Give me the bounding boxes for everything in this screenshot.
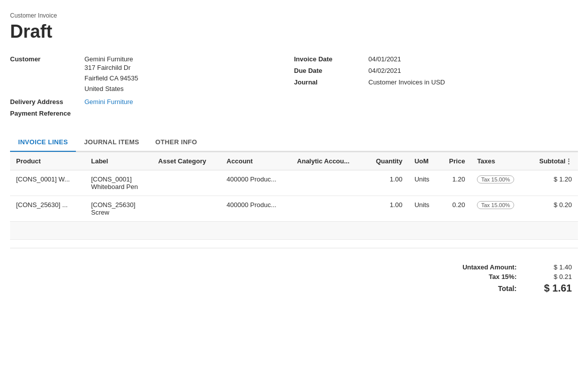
delivery-address-label: Delivery Address	[10, 97, 80, 107]
customer-value: Gemini Furniture 317 Fairchild Dr Fairfi…	[84, 54, 294, 95]
col-product: Product	[10, 152, 85, 170]
cell-taxes: Tax 15.00%	[471, 170, 527, 196]
tax-label: Tax 15%:	[446, 273, 517, 280]
journal-in: in	[424, 78, 429, 86]
section-divider	[10, 248, 578, 248]
page-title: Draft	[10, 21, 578, 42]
cell-quantity: 1.00	[364, 196, 408, 222]
untaxed-row: Untaxed Amount: $ 1.40	[446, 263, 572, 271]
cell-analytic-account	[291, 170, 364, 196]
journal-label: Journal	[294, 77, 364, 87]
customer-address: 317 Fairchild Dr Fairfield CA 94535 Unit…	[84, 64, 138, 92]
total-value: $ 1.61	[537, 282, 572, 294]
cell-asset-category	[152, 170, 221, 196]
payment-reference-label: Payment Reference	[10, 109, 80, 118]
payment-reference-value[interactable]	[84, 109, 294, 118]
tax-badge: Tax 15.00%	[477, 201, 514, 209]
cell-subtotal: $ 0.20	[527, 196, 578, 222]
due-date-value: 04/02/2021	[368, 66, 578, 75]
cell-taxes: Tax 15.00%	[471, 196, 527, 222]
col-asset-category: Asset Category	[152, 152, 221, 170]
cell-label: [CONS_0001]Whiteboard Pen	[85, 170, 152, 196]
col-label: Label	[85, 152, 152, 170]
delivery-address-value[interactable]: Gemini Furniture	[84, 97, 294, 107]
tax-badge: Tax 15.00%	[477, 175, 514, 183]
cell-analytic-account	[291, 196, 364, 222]
untaxed-value: $ 1.40	[537, 263, 572, 271]
col-analytic-account: Analytic Accou...	[291, 152, 364, 170]
tab-bar: INVOICE LINES JOURNAL ITEMS OTHER INFO	[10, 133, 578, 152]
cell-asset-category	[152, 196, 221, 222]
col-price: Price	[439, 152, 471, 170]
cell-account: 400000 Produc...	[221, 196, 291, 222]
form-section: Customer Gemini Furniture 317 Fairchild …	[10, 54, 578, 118]
col-subtotal: Subtotal ⋮	[527, 152, 578, 170]
invoice-lines-table: Product Label Asset Category Account Ana…	[10, 152, 578, 240]
cell-price: 1.20	[439, 170, 471, 196]
table-row[interactable]: [CONS_0001] W... [CONS_0001]Whiteboard P…	[10, 170, 578, 196]
journal-value: Customer Invoices in USD	[368, 77, 578, 87]
tab-journal-items[interactable]: JOURNAL ITEMS	[76, 133, 147, 152]
col-uom: UoM	[409, 152, 439, 170]
cell-product: [CONS_0001] W...	[10, 170, 85, 196]
empty-row	[10, 222, 578, 240]
cell-subtotal: $ 1.20	[527, 170, 578, 196]
due-date-label: Due Date	[294, 66, 364, 75]
form-right: Invoice Date 04/01/2021 Due Date 04/02/2…	[294, 54, 578, 118]
col-quantity: Quantity	[364, 152, 408, 170]
totals-section: Untaxed Amount: $ 1.40 Tax 15%: $ 0.21 T…	[10, 263, 578, 294]
tab-invoice-lines[interactable]: INVOICE LINES	[10, 133, 76, 152]
tax-value: $ 0.21	[537, 273, 572, 280]
customer-link[interactable]: Gemini Furniture	[84, 55, 133, 63]
invoice-date-label: Invoice Date	[294, 54, 364, 64]
customer-label: Customer	[10, 54, 80, 95]
tax-row: Tax 15%: $ 0.21	[446, 273, 572, 280]
journal-link[interactable]: Customer Invoices	[368, 78, 423, 86]
page-subtitle: Customer Invoice	[10, 12, 578, 19]
cell-product: [CONS_25630] ...	[10, 196, 85, 222]
cell-quantity: 1.00	[364, 170, 408, 196]
col-taxes: Taxes	[471, 152, 527, 170]
cell-account: 400000 Produc...	[221, 170, 291, 196]
invoice-date-value: 04/01/2021	[368, 54, 578, 64]
cell-price: 0.20	[439, 196, 471, 222]
cell-uom: Units	[409, 196, 439, 222]
untaxed-label: Untaxed Amount:	[446, 263, 517, 271]
journal-currency[interactable]: USD	[431, 78, 445, 86]
form-left: Customer Gemini Furniture 317 Fairchild …	[10, 54, 294, 118]
col-account: Account	[221, 152, 291, 170]
column-options-icon[interactable]: ⋮	[565, 157, 572, 165]
total-row: Total: $ 1.61	[446, 282, 572, 294]
total-label: Total:	[446, 285, 517, 293]
cell-uom: Units	[409, 170, 439, 196]
table-row[interactable]: [CONS_25630] ... [CONS_25630]Screw 40000…	[10, 196, 578, 222]
cell-label: [CONS_25630]Screw	[85, 196, 152, 222]
tab-other-info[interactable]: OTHER INFO	[147, 133, 205, 152]
